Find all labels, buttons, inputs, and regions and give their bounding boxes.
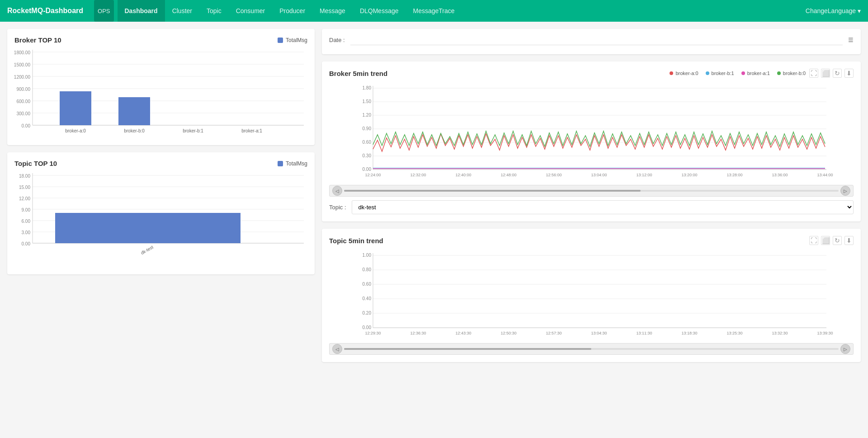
nav-messagetrace[interactable]: MessageTrace	[406, 0, 462, 22]
topic-bar-svg: 18.00 15.00 12.00 9.00 6.00 3.00 0.00	[14, 171, 304, 266]
fullscreen-icon[interactable]: ⬜	[821, 69, 830, 78]
legend-broker-a0: broker-a:0	[670, 71, 698, 76]
y-label: 9.00	[22, 207, 31, 212]
y-label: 0.80	[363, 267, 372, 272]
legend-broker-b1: broker-b:1	[706, 71, 734, 76]
y-label: 900.00	[16, 87, 30, 92]
bar-label-broker-a1: broker-a:1	[241, 128, 262, 133]
nav-producer[interactable]: Producer	[272, 0, 312, 22]
x-label: 13:39:30	[817, 331, 833, 335]
bar-label-broker-b0: broker-b:0	[124, 128, 145, 133]
download-icon[interactable]: ⬇	[844, 69, 854, 78]
x-label: 13:18:30	[681, 331, 697, 335]
nav-consumer[interactable]: Consumer	[229, 0, 273, 22]
refresh-icon[interactable]: ↻	[833, 69, 842, 78]
range-fill	[344, 190, 641, 192]
nav-dashboard[interactable]: Dashboard	[118, 0, 165, 22]
y-label: 12.00	[19, 196, 30, 201]
legend-broker-a1: broker-a:1	[741, 71, 770, 76]
broker-range-bar: ◁ ▷	[329, 185, 854, 197]
legend-broker-b0: broker-b:0	[777, 71, 806, 76]
expand-icon-topic[interactable]: ⛶	[809, 236, 818, 245]
y-label: 0.60	[363, 140, 372, 145]
x-label: 12:40:00	[455, 173, 471, 177]
x-label: 12:50:30	[500, 331, 516, 335]
x-label: 13:44:00	[817, 173, 833, 177]
topic-range-bar: ◁ ▷	[329, 343, 854, 355]
y-label: 1.50	[363, 99, 372, 104]
range-left-btn[interactable]: ◁	[332, 186, 342, 196]
x-label: 13:36:00	[772, 173, 788, 177]
x-label: 13:12:00	[636, 173, 652, 177]
legend-circle-a1	[741, 71, 745, 75]
y-label: 0.00	[22, 241, 31, 246]
broker-trend-chart: 1.80 1.50 1.20 0.90 0.60 0.30 0.00	[329, 81, 854, 197]
topic-range-right-btn[interactable]: ▷	[840, 344, 850, 354]
x-label: 12:48:00	[500, 173, 516, 177]
y-label: 1.00	[363, 253, 372, 258]
main-content: Broker TOP 10 TotalMsg 1800.00 1500.00 1…	[0, 22, 868, 438]
bar-label-broker-b1: broker-b:1	[183, 128, 203, 133]
date-input[interactable]	[350, 34, 843, 45]
bar-broker-b0	[118, 97, 150, 125]
legend-label-a0: broker-a:0	[675, 71, 698, 76]
y-label: 1800.00	[14, 50, 31, 55]
y-label: 6.00	[22, 219, 31, 224]
legend-label-b0: broker-b:0	[783, 71, 806, 76]
refresh-icon-topic[interactable]: ↻	[833, 236, 842, 245]
legend-circle-b0	[777, 71, 781, 75]
topic-trend-svg: 1.00 0.80 0.60 0.40 0.20 0.00	[329, 249, 854, 339]
legend-circle-b1	[706, 71, 709, 75]
y-label: 1.20	[363, 113, 372, 118]
topic-range-track[interactable]	[344, 348, 839, 350]
topic-label: Topic :	[329, 204, 346, 211]
x-label: 13:04:30	[591, 331, 607, 335]
y-label: 0.00	[22, 123, 31, 128]
range-right-btn[interactable]: ▷	[840, 186, 850, 196]
broker-legend-label: TotalMsg	[286, 37, 307, 43]
y-label: 1500.00	[14, 62, 31, 67]
broker-trend-controls: broker-a:0 broker-b:1 broker-a:1 br	[670, 69, 854, 78]
nav-message[interactable]: Message	[312, 0, 353, 22]
y-label: 0.90	[363, 126, 372, 131]
broker-legend-dot	[278, 38, 283, 43]
bar-label-broker-a0: broker-a:0	[65, 128, 86, 133]
nav-dlqmessage[interactable]: DLQMessage	[353, 0, 406, 22]
topic-range-left-btn[interactable]: ◁	[332, 344, 342, 354]
topic-top10-title: Topic TOP 10	[14, 160, 57, 167]
nav-ops[interactable]: OPS	[94, 0, 113, 22]
y-label: 0.40	[363, 296, 372, 301]
fullscreen-icon-topic[interactable]: ⬜	[821, 236, 830, 245]
x-label: 12:24:00	[365, 173, 381, 177]
broker-top10-card: Broker TOP 10 TotalMsg 1800.00 1500.00 1…	[7, 29, 315, 145]
nav-cluster[interactable]: Cluster	[165, 0, 199, 22]
expand-icon[interactable]: ⛶	[809, 69, 818, 78]
topic-legend-dot	[278, 161, 283, 166]
broker-top10-legend: TotalMsg	[278, 37, 307, 43]
navbar: RocketMQ-Dashboard OPS Dashboard Cluster…	[0, 0, 868, 22]
y-label: 300.00	[16, 111, 30, 116]
date-label: Date :	[329, 37, 345, 43]
broker-trend-svg: 1.80 1.50 1.20 0.90 0.60 0.30 0.00	[329, 81, 854, 181]
topic-top10-legend: TotalMsg	[278, 160, 307, 167]
change-language[interactable]: ChangeLanguage ▾	[806, 7, 861, 14]
left-panel: Broker TOP 10 TotalMsg 1800.00 1500.00 1…	[7, 29, 315, 431]
nav-topic[interactable]: Topic	[199, 0, 229, 22]
range-track[interactable]	[344, 190, 839, 192]
calendar-icon[interactable]: ☰	[848, 37, 854, 43]
topic-select[interactable]: dk-test	[352, 200, 854, 214]
broker-trend-legend: broker-a:0 broker-b:1 broker-a:1 br	[670, 71, 806, 76]
topic-top10-header: Topic TOP 10 TotalMsg	[14, 160, 307, 167]
topic-legend-label: TotalMsg	[286, 160, 307, 167]
y-label: 0.60	[363, 282, 372, 287]
topic-trend-header: Topic 5min trend ⛶ ⬜ ↻ ⬇	[329, 236, 854, 245]
topic-trend-title: Topic 5min trend	[329, 237, 383, 245]
topic-trend-chart: 1.00 0.80 0.60 0.40 0.20 0.00	[329, 249, 854, 355]
download-icon-topic[interactable]: ⬇	[844, 236, 854, 245]
x-label: 12:29:30	[365, 331, 381, 335]
broker-top10-title: Broker TOP 10	[14, 36, 61, 44]
x-label: 12:32:00	[410, 173, 426, 177]
y-label: 0.30	[363, 153, 372, 158]
x-label: 12:43:30	[455, 331, 471, 335]
topic-selector-row: Topic : dk-test	[329, 200, 854, 214]
